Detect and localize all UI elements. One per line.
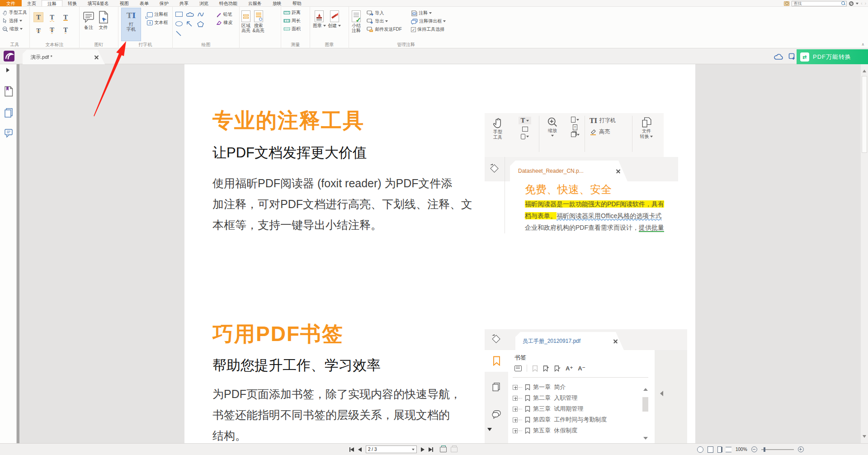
sidebar-comments-icon[interactable] [4,128,14,138]
sidebar-pages-icon[interactable] [4,108,14,118]
menu-item-features[interactable]: 特色功能 [214,0,243,6]
select-dropdown-icon[interactable] [19,20,22,22]
note-button[interactable]: 备注 [82,8,95,30]
single-page-icon[interactable] [708,446,713,453]
stamp-button[interactable]: 图章 [313,8,326,28]
import-comments-button[interactable]: 导入 [364,9,404,17]
callout-button[interactable]: 注释框 [145,10,170,19]
zoom-slider[interactable] [761,449,794,450]
measure-perimeter-button[interactable]: 周长 [281,17,310,25]
document-tab[interactable]: 演示.pdf * [23,50,105,64]
measure-distance-button[interactable]: 距离 [281,9,310,17]
scroll-up-icon[interactable] [863,70,866,72]
replace-text-button[interactable]: T^ [47,26,57,36]
menu-item-fill-sign[interactable]: 填写&签名 [82,0,114,6]
menu-item-help[interactable]: 帮助 [287,0,307,6]
squiggly-underline-button[interactable]: T [47,12,57,22]
keep-tool-selected-checkbox[interactable]: ✓ 保持工具选择 [409,25,448,33]
comments-button[interactable]: 注释 [409,9,448,17]
polygon-tool[interactable] [197,21,208,27]
create-dropdown-icon[interactable] [338,25,341,27]
menu-item-home[interactable]: 主页 [22,0,42,6]
email-fdf-button[interactable]: 邮件发送FDF [364,25,404,33]
highlight-text-button[interactable]: T [33,12,43,22]
collapse-ribbon-icon[interactable]: ∧ [861,42,864,47]
menu-item-browse[interactable]: 浏览 [194,0,214,6]
page-dropdown-icon[interactable] [412,449,415,450]
pdf-convert-button[interactable]: ⇄ PDF万能转换 [797,49,868,64]
textbox-button[interactable]: A 文本框 [145,19,170,27]
menu-item-file[interactable]: 文件 [0,0,22,6]
pdf-body-line: 结构。 [212,425,246,443]
scroll-thumb[interactable] [862,76,867,153]
rectangle-tool[interactable] [175,10,186,19]
first-page-button[interactable] [349,447,354,452]
previous-view-icon[interactable] [440,447,447,452]
gear-icon[interactable] [849,1,854,6]
zoom-slider-knob[interactable] [764,447,765,452]
find-input[interactable] [792,1,841,6]
strikeout-text-button[interactable]: T [33,26,43,36]
menu-item-form[interactable]: 表单 [134,0,154,6]
eraser-tool[interactable]: 橡皮 [213,19,235,27]
foxit-logo[interactable] [4,51,14,62]
file-attachment-button[interactable]: 文件 [97,8,109,30]
export-comments-button[interactable]: 导出 [364,17,404,25]
area-highlight-button[interactable]: 区域 高亮 [241,8,250,33]
zoom-tool-button[interactable]: 缩放 [0,25,29,33]
save-to-cloud-icon[interactable] [788,53,796,61]
menu-item-protect[interactable]: 保护 [154,0,174,6]
find-history-icon[interactable] [784,1,789,6]
sidebar-bookmarks-icon[interactable] [4,86,13,97]
typewriter-button[interactable]: TI 打 字机 [121,8,141,41]
expand-panel-icon[interactable] [6,68,9,72]
zoom-dropdown-icon[interactable] [20,28,23,30]
create-stamp-button[interactable]: 创建 [328,8,341,28]
facing-pages-icon[interactable] [717,446,722,453]
search-highlight-button[interactable]: 搜索 &高亮 [252,8,264,33]
menu-item-convert[interactable]: 转换 [62,0,82,6]
zoom-in-button[interactable] [798,446,804,452]
next-view-icon[interactable] [451,447,458,452]
continuous-scroll-icon[interactable] [726,447,731,452]
previous-page-button[interactable] [358,447,362,452]
oval-tool[interactable] [175,20,186,28]
nav-back-icon[interactable]: ‹ [861,0,862,7]
last-page-button[interactable] [429,447,433,452]
hand-tool-button[interactable]: 手型工具 [0,9,29,17]
summarize-comments-button[interactable]: ✓ 小结 注释 [352,8,361,33]
export-dropdown-icon[interactable] [385,20,388,22]
comments-dropdown-icon[interactable] [429,12,432,14]
callout-label: 注释框 [154,11,168,18]
page-number-input[interactable]: 2 / 3 [366,446,417,453]
close-tab-icon[interactable] [94,55,99,59]
cloud-tool[interactable] [186,12,197,17]
menu-item-slideshow[interactable]: 放映 [267,0,287,6]
menu-item-share[interactable]: 共享 [174,0,194,6]
search-icon[interactable] [841,1,845,5]
group-label-pin: 图钉 [80,42,118,48]
line-tool[interactable] [175,30,186,37]
comment-popup-dropdown-icon[interactable] [443,20,446,22]
menu-item-view[interactable]: 视图 [114,0,134,6]
document-tab-title: 演示.pdf * [31,54,94,61]
next-page-button[interactable] [421,447,425,452]
menu-item-comment[interactable]: 注释 [42,0,62,6]
gear-dropdown-icon[interactable] [856,3,859,5]
menu-item-cloud[interactable]: 云服务 [243,0,267,6]
stamp-dropdown-icon[interactable] [323,25,326,27]
select-tool-button[interactable]: 选择 [0,17,29,25]
nav-forward-icon[interactable]: › [865,0,866,7]
zoom-out-button[interactable] [751,446,757,452]
hand-mode-icon[interactable] [697,446,703,453]
underline-text-button[interactable]: T [61,12,71,22]
comment-popup-button[interactable]: 注释弹出框 [409,17,448,25]
scribble-tool[interactable] [197,11,208,18]
insert-text-button[interactable]: T^ [61,26,71,36]
cloud-icon[interactable] [774,53,784,60]
vertical-scrollbar[interactable] [861,64,868,443]
measure-area-button[interactable]: 面积 [281,25,310,33]
pencil-tool[interactable]: 铅笔 [213,10,235,19]
scroll-down-icon[interactable] [863,435,866,438]
arrow-tool[interactable] [186,21,197,27]
